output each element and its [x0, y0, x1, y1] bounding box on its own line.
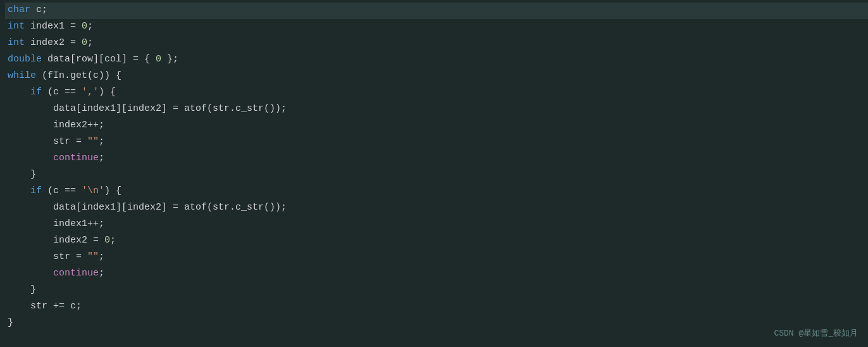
watermark: CSDN @星如雪_梭如月	[774, 327, 858, 341]
token: 0	[82, 19, 87, 34]
token: }	[30, 167, 36, 182]
token: index2	[25, 35, 70, 51]
code-line-17: }	[5, 282, 868, 299]
token: data[index1][index2]	[53, 200, 173, 215]
code-line-14: index2 = 0;	[5, 233, 868, 249]
code-line-7: index2++;	[5, 118, 868, 134]
code-line-1: int index1 = 0;	[5, 19, 868, 35]
code-line-3: double data[row][col] = { 0 };	[5, 52, 868, 68]
token: int	[8, 19, 25, 34]
token: str	[53, 134, 76, 149]
token	[82, 134, 87, 149]
code-line-4: while (fIn.get(c)) {	[5, 68, 868, 85]
token: data[row][col]	[42, 52, 133, 67]
token	[82, 249, 87, 265]
token: c;	[30, 3, 47, 18]
token: int	[8, 35, 25, 51]
token: =	[173, 200, 178, 215]
token: ==	[65, 85, 76, 100]
code-line-9: continue;	[5, 151, 868, 167]
token: index1++;	[53, 217, 104, 232]
token: continue	[53, 266, 99, 281]
token: if	[30, 184, 42, 199]
token: =	[173, 101, 178, 117]
token: index2++;	[53, 118, 104, 133]
token: if	[30, 85, 42, 100]
token	[76, 19, 82, 34]
token: ) {	[99, 85, 116, 100]
token: }	[8, 315, 13, 331]
token: (fIn.get(c)) {	[36, 68, 121, 84]
token: 0	[104, 233, 110, 248]
code-line-15: str = "";	[5, 249, 868, 266]
token: double	[8, 52, 42, 67]
token	[76, 85, 82, 100]
token: ;	[99, 151, 104, 166]
token: ""	[87, 134, 99, 149]
code-editor: char c;int index1 = 0;int index2 = 0;dou…	[0, 0, 868, 347]
code-line-5: if (c == ',') {	[5, 85, 868, 101]
token: '\n'	[82, 184, 104, 199]
code-line-16: continue;	[5, 266, 868, 282]
token: atof(str.c_str());	[178, 200, 287, 215]
token: ;	[99, 134, 104, 149]
token: index2	[53, 233, 93, 248]
token: atof(str.c_str());	[178, 101, 287, 117]
token	[99, 233, 104, 248]
token: index1	[25, 19, 70, 34]
token: +=	[53, 299, 65, 314]
token: =	[70, 35, 76, 51]
code-line-11: if (c == '\n') {	[5, 184, 868, 200]
code-line-8: str = "";	[5, 134, 868, 151]
token: ;	[99, 266, 104, 281]
code-line-6: data[index1][index2] = atof(str.c_str())…	[5, 101, 868, 118]
code-line-18: str += c;	[5, 299, 868, 315]
token: str	[30, 299, 53, 314]
token: (c	[42, 85, 65, 100]
token: ) {	[104, 184, 121, 199]
code-line-2: int index2 = 0;	[5, 35, 868, 52]
token: ==	[65, 184, 76, 199]
token	[76, 184, 82, 199]
token: =	[76, 249, 82, 265]
token: =	[70, 19, 76, 34]
token: ;	[87, 35, 93, 51]
token: ;	[110, 233, 116, 248]
token: =	[133, 52, 139, 67]
token: =	[93, 233, 99, 248]
token: continue	[53, 151, 99, 166]
token: ""	[87, 249, 99, 265]
code-line-10: }	[5, 167, 868, 184]
token: };	[161, 52, 178, 67]
token: 0	[156, 52, 161, 67]
token: 0	[82, 35, 87, 51]
token: =	[76, 134, 82, 149]
code-line-19: }	[5, 315, 868, 332]
code-line-12: data[index1][index2] = atof(str.c_str())…	[5, 200, 868, 217]
token: {	[139, 52, 156, 67]
token: str	[53, 249, 76, 265]
token: ;	[87, 19, 93, 34]
code-line-13: index1++;	[5, 217, 868, 233]
token: char	[8, 3, 30, 18]
token: (c	[42, 184, 65, 199]
token: }	[30, 282, 36, 298]
token: data[index1][index2]	[53, 101, 173, 117]
token: while	[8, 68, 36, 84]
token: ;	[99, 249, 104, 265]
token: c;	[65, 299, 82, 314]
token: ','	[82, 85, 99, 100]
token	[76, 35, 82, 51]
code-line-0: char c;	[5, 3, 868, 19]
